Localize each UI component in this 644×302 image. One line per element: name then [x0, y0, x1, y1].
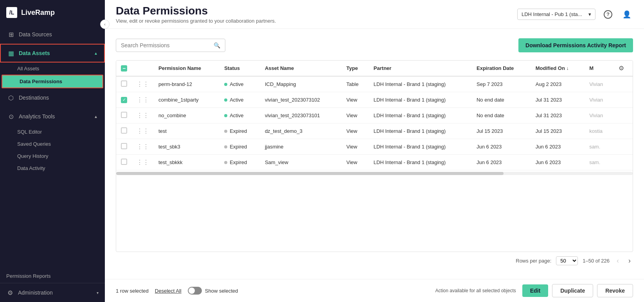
- row-modified-on: Jul 31 2023: [531, 92, 585, 108]
- sidebar-item-data-activity[interactable]: Data Activity: [0, 162, 105, 174]
- download-permissions-btn[interactable]: Download Permissions Activity Report: [518, 38, 633, 52]
- row-actions: [614, 123, 633, 139]
- help-button[interactable]: ?: [602, 8, 614, 21]
- data-assets-chevron: ▲: [94, 51, 98, 55]
- sidebar-item-permission-reports[interactable]: Permission Reports: [0, 269, 105, 283]
- row-checkbox[interactable]: ✓: [121, 97, 127, 103]
- row-modified-on: Jul 31 2023: [531, 108, 585, 123]
- permission-reports-label: Permission Reports: [6, 273, 50, 279]
- row-status: Expired: [219, 139, 260, 155]
- pagination-range: 1–50 of 226: [583, 258, 610, 264]
- pagination-prev-btn[interactable]: ‹: [614, 256, 621, 266]
- sidebar-item-sql-editor[interactable]: SQL Editor: [0, 126, 105, 138]
- table-body: ⋮⋮ perm-brand-12 Active ICD_Mapping Tabl…: [116, 76, 633, 170]
- sidebar-label-analytics-tools: Analytics Tools: [19, 113, 55, 120]
- row-checkbox[interactable]: [121, 159, 127, 165]
- administration-chevron: ▾: [97, 291, 99, 295]
- header-checkbox-col: −: [116, 61, 132, 76]
- page-subtitle: View, edit or revoke permissions granted…: [116, 18, 276, 24]
- sidebar-label-sql-editor: SQL Editor: [17, 129, 42, 135]
- row-checkbox[interactable]: [121, 143, 127, 149]
- sidebar-item-data-assets[interactable]: ▦ Data Assets ▲: [0, 44, 105, 63]
- row-permission-name: combine_1stparty: [154, 92, 219, 108]
- row-checkbox[interactable]: [121, 112, 127, 118]
- logo-icon: /L: [6, 7, 17, 18]
- rows-per-page-select[interactable]: 50 25 100: [556, 256, 578, 265]
- header-permission-name: Permission Name: [154, 61, 219, 76]
- header-modified-on[interactable]: Modified On ↓: [531, 61, 585, 76]
- user-button[interactable]: 👤: [621, 8, 633, 21]
- row-status: Expired: [219, 155, 260, 170]
- sidebar-item-data-permissions[interactable]: Data Permissions: [2, 75, 103, 88]
- header-expiration-date: Expiration Date: [472, 61, 531, 76]
- help-icon: ?: [604, 10, 612, 19]
- row-checkbox-cell[interactable]: [116, 139, 132, 155]
- sidebar-item-administration[interactable]: ⚙ Administration ▾: [0, 283, 105, 302]
- row-modified-by: Vivian: [585, 92, 614, 108]
- row-type: View: [342, 92, 369, 108]
- sidebar-item-saved-queries[interactable]: Saved Queries: [0, 138, 105, 150]
- sidebar-item-destinations[interactable]: ⬡ Destinations: [0, 88, 105, 107]
- table-row: ⋮⋮ test_sbk3 Expired jjasmine View LDH I…: [116, 139, 633, 155]
- row-checkbox-cell[interactable]: ✓: [116, 92, 132, 108]
- administration-icon: ⚙: [6, 289, 14, 297]
- horizontal-scrollbar[interactable]: [116, 172, 633, 175]
- row-expiration-date: No end date: [472, 108, 531, 123]
- sidebar-item-all-assets[interactable]: All Assets: [0, 63, 105, 75]
- analytics-tools-icon: ⊙: [7, 113, 15, 120]
- row-type: View: [342, 139, 369, 155]
- row-permission-name: test_sbk3: [154, 139, 219, 155]
- row-status: Active: [219, 92, 260, 108]
- pagination: Rows per page: 50 25 100 1–50 of 226 ‹ ›: [116, 252, 633, 270]
- row-expiration-date: Jul 15 2023: [472, 123, 531, 139]
- sidebar-label-administration: Administration: [18, 289, 53, 296]
- row-modified-on: Jun 6 2023: [531, 155, 585, 170]
- sidebar-label-saved-queries: Saved Queries: [17, 141, 51, 147]
- bottom-bar: 1 row selected Deselect All Show selecte…: [105, 279, 644, 302]
- row-checkbox[interactable]: [121, 127, 127, 134]
- header-settings[interactable]: ⚙: [614, 61, 633, 76]
- row-checkbox-cell[interactable]: [116, 76, 132, 92]
- table-settings-btn[interactable]: ⚙: [619, 64, 624, 72]
- header-modified-by: M: [585, 61, 614, 76]
- sidebar-item-analytics-tools[interactable]: ⊙ Analytics Tools ▲: [0, 107, 105, 126]
- row-icon: ⋮⋮: [137, 128, 149, 134]
- row-checkbox-cell[interactable]: [116, 155, 132, 170]
- app-logo[interactable]: /L LiveRamp: [0, 0, 105, 25]
- permissions-table: − Permission Name Status Asset Name Type…: [116, 61, 633, 170]
- row-type: View: [342, 123, 369, 139]
- table-row: ⋮⋮ test_sbkkk Expired Sam_view View LDH …: [116, 155, 633, 170]
- duplicate-btn[interactable]: Duplicate: [552, 284, 593, 297]
- sidebar-item-query-history[interactable]: Query History: [0, 150, 105, 162]
- row-modified-on: Jul 15 2023: [531, 123, 585, 139]
- sidebar-item-data-sources[interactable]: ⊞ Data Sources: [0, 25, 105, 44]
- row-icon-cell: ⋮⋮: [132, 92, 154, 108]
- row-expiration-date: Sep 7 2023: [472, 76, 531, 92]
- row-partner: LDH Internal - Brand 1 (staging): [369, 123, 472, 139]
- row-checkbox-cell[interactable]: [116, 123, 132, 139]
- pagination-next-btn[interactable]: ›: [626, 256, 633, 266]
- show-selected-toggle[interactable]: [188, 287, 202, 295]
- org-selector[interactable]: LDH Internal - Pub 1 (sta... ▾: [517, 9, 595, 20]
- toggle-knob: [189, 288, 195, 294]
- search-input[interactable]: [121, 42, 210, 48]
- revoke-btn[interactable]: Revoke: [597, 284, 633, 297]
- row-asset-name: dz_test_demo_3: [260, 123, 342, 139]
- header-checkbox-minus[interactable]: −: [121, 65, 127, 71]
- org-selector-chevron-icon: ▾: [588, 11, 591, 17]
- edit-btn[interactable]: Edit: [522, 284, 548, 297]
- row-expiration-date: Jun 6 2023: [472, 155, 531, 170]
- row-checkbox-cell[interactable]: [116, 108, 132, 123]
- row-type: Table: [342, 76, 369, 92]
- row-expiration-date: Jun 6 2023: [472, 139, 531, 155]
- sidebar-toggle-btn[interactable]: ‹: [100, 20, 110, 29]
- row-checkbox[interactable]: [121, 80, 127, 87]
- row-modified-by: Vivian: [585, 76, 614, 92]
- show-selected-toggle-wrapper: Show selected: [188, 287, 238, 295]
- row-permission-name: test_sbkkk: [154, 155, 219, 170]
- sidebar-nav: ⊞ Data Sources ▦ Data Assets ▲ All Asset…: [0, 25, 105, 269]
- brand-name: LiveRamp: [21, 9, 55, 17]
- table-row: ⋮⋮ perm-brand-12 Active ICD_Mapping Tabl…: [116, 76, 633, 92]
- row-asset-name: vivian_test_2023073102: [260, 92, 342, 108]
- deselect-all-btn[interactable]: Deselect All: [155, 288, 182, 294]
